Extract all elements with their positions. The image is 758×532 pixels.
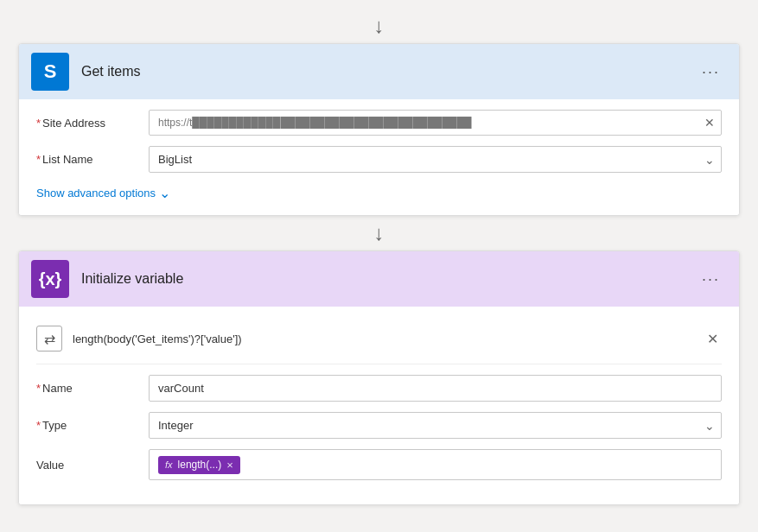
show-advanced-options-link[interactable]: Show advanced options ⌄ — [36, 185, 170, 201]
middle-arrow-icon: ↓ — [374, 221, 385, 245]
top-arrow-icon: ↓ — [374, 14, 385, 38]
variable-logo-braces: {x} — [39, 269, 62, 289]
variable-type-row: *Type ⌄ — [36, 412, 722, 439]
variable-name-input[interactable] — [149, 375, 722, 402]
sharepoint-icon: S — [31, 53, 69, 91]
expression-row: ⇄ length(body('Get_items')?['value']) ✕ — [36, 317, 722, 364]
init-variable-more-button[interactable]: ··· — [695, 268, 727, 290]
site-address-input-wrap: ✕ — [149, 110, 722, 136]
site-address-input[interactable] — [149, 110, 722, 136]
show-advanced-chevron-icon: ⌄ — [159, 185, 170, 201]
variable-name-row: *Name — [36, 375, 722, 402]
list-name-input-wrap: ⌄ — [149, 146, 722, 173]
variable-value-field[interactable]: fx length(...) × — [149, 449, 722, 480]
middle-arrow-connector: ↓ — [374, 216, 385, 250]
variable-type-input[interactable] — [149, 412, 722, 439]
site-address-label: *Site Address — [36, 117, 149, 130]
variable-value-input-wrap: fx length(...) × — [149, 449, 722, 480]
expression-text: length(body('Get_items')?['value']) — [73, 332, 704, 345]
token-fx-label: fx — [165, 459, 173, 470]
expression-icon-symbol: ⇄ — [44, 331, 55, 347]
type-required: * — [36, 419, 41, 432]
token-close-button[interactable]: × — [226, 459, 233, 472]
site-address-required: * — [36, 117, 41, 130]
list-name-required: * — [36, 153, 41, 166]
variable-icon: {x} — [31, 260, 69, 298]
sharepoint-logo-letter: S — [44, 60, 57, 83]
get-items-body: *Site Address ✕ *List Name ⌄ Show advanc… — [19, 99, 739, 215]
top-arrow-connector: ↓ — [374, 9, 385, 43]
list-name-input[interactable] — [149, 146, 722, 173]
variable-type-label: *Type — [36, 419, 149, 432]
variable-value-label: Value — [36, 459, 149, 472]
site-address-clear-button[interactable]: ✕ — [704, 116, 715, 130]
init-variable-header: {x} Initialize variable ··· — [19, 251, 739, 307]
init-variable-card: {x} Initialize variable ··· ⇄ length(bod… — [18, 250, 740, 505]
site-address-row: *Site Address ✕ — [36, 110, 722, 136]
get-items-card: S Get items ··· *Site Address ✕ *List Na… — [18, 43, 740, 216]
expression-close-button[interactable]: ✕ — [704, 327, 722, 351]
list-name-label: *List Name — [36, 153, 149, 166]
variable-value-row: Value fx length(...) × — [36, 449, 722, 480]
variable-type-input-wrap: ⌄ — [149, 412, 722, 439]
name-required: * — [36, 382, 41, 395]
show-advanced-options-row: Show advanced options ⌄ — [36, 183, 722, 201]
value-token: fx length(...) × — [158, 456, 240, 474]
init-variable-title: Initialize variable — [81, 271, 695, 287]
show-advanced-label: Show advanced options — [36, 187, 156, 200]
list-name-row: *List Name ⌄ — [36, 146, 722, 173]
token-expression-label: length(...) — [178, 459, 222, 471]
get-items-more-button[interactable]: ··· — [695, 60, 727, 83]
variable-name-label: *Name — [36, 382, 149, 395]
init-variable-body: ⇄ length(body('Get_items')?['value']) ✕ … — [19, 307, 739, 504]
get-items-header: S Get items ··· — [19, 44, 739, 99]
expression-icon: ⇄ — [36, 326, 62, 352]
variable-name-input-wrap — [149, 375, 722, 402]
get-items-title: Get items — [81, 64, 695, 79]
